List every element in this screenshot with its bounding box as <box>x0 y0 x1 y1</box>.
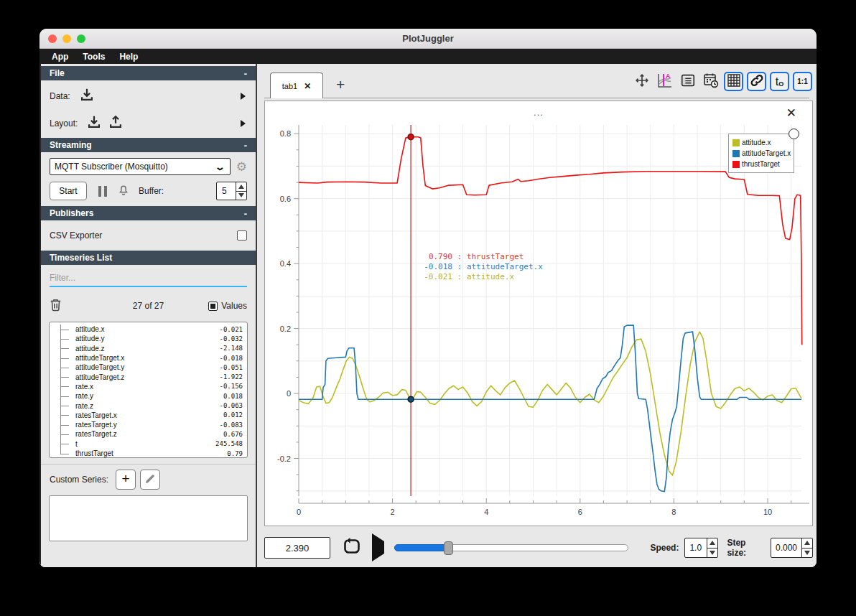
tree-branch <box>58 391 75 401</box>
legend-item[interactable]: attitude.x <box>732 137 790 148</box>
legend-toggle-icon[interactable] <box>788 129 799 139</box>
timeseries-row[interactable]: rate.x-0.156 <box>58 382 243 391</box>
timeseries-row[interactable]: attitude.y-0.032 <box>58 334 243 343</box>
expand-arrow-icon[interactable] <box>241 120 246 127</box>
edit-custom-series-button[interactable] <box>140 470 160 490</box>
svg-text:0: 0 <box>287 389 291 398</box>
streaming-source-select[interactable]: MQTT Subscriber (Mosquitto) ⌄ <box>50 158 231 175</box>
maximize-window-button[interactable] <box>77 34 85 43</box>
csv-exporter-checkbox[interactable] <box>237 230 247 241</box>
collapse-icon[interactable]: - <box>244 68 247 79</box>
section-header-file[interactable]: File - <box>41 66 256 80</box>
tracker-tooltip: 0.790 : thrustTarget-0.018 : attitudeTar… <box>421 252 543 282</box>
loop-button[interactable] <box>342 537 362 559</box>
speed-spinbox[interactable]: 1.0 <box>684 538 718 558</box>
legend-item[interactable]: thrustTarget <box>732 159 790 169</box>
timeseries-name: attitude.x <box>75 325 105 333</box>
spin-down-button[interactable] <box>707 548 717 558</box>
minimize-window-button[interactable] <box>62 34 71 43</box>
ratio-1-1-button[interactable]: 1:1 <box>793 72 812 91</box>
values-checkbox[interactable] <box>208 302 218 311</box>
pause-icon[interactable] <box>98 186 107 197</box>
streaming-source-row: MQTT Subscriber (Mosquitto) ⌄ ⚙ <box>41 158 256 175</box>
plot-legend[interactable]: attitude.xattitudeTarget.xthrustTarget <box>728 134 794 173</box>
legend-label: thrustTarget <box>742 160 780 168</box>
menu-app[interactable]: App <box>45 52 75 62</box>
slider-handle[interactable] <box>444 541 453 555</box>
add-custom-series-button[interactable]: + <box>116 470 136 490</box>
move-arrows-icon <box>634 73 650 91</box>
current-time-field[interactable]: 2.390 <box>264 537 330 559</box>
trash-icon[interactable] <box>50 298 62 314</box>
timeseries-row[interactable]: ratesTarget.z0.676 <box>58 429 243 439</box>
timeseries-list[interactable]: attitude.x-0.021attitude.y-0.032attitude… <box>49 322 248 458</box>
load-data-icon[interactable] <box>79 87 95 106</box>
custom-series-list[interactable] <box>49 495 248 541</box>
step-size-spinbox[interactable]: 0.000 <box>771 538 813 558</box>
timeseries-name: attitude.y <box>75 335 105 342</box>
step-size-value: 0.000 <box>771 538 801 557</box>
timeseries-row[interactable]: ratesTarget.x0.012 <box>58 411 243 420</box>
datetime-button[interactable] <box>701 72 720 91</box>
load-layout-icon[interactable] <box>86 114 102 133</box>
save-layout-icon[interactable] <box>108 114 124 133</box>
section-header-publishers[interactable]: Publishers - <box>41 206 256 220</box>
collapse-icon[interactable]: - <box>244 208 247 219</box>
time-slider[interactable] <box>394 543 628 552</box>
timeseries-row[interactable]: ratesTarget.y-0.083 <box>58 420 243 429</box>
timeseries-row[interactable]: attitudeTarget.y-0.051 <box>58 363 243 372</box>
spin-down-button[interactable] <box>236 191 246 200</box>
link-axes-button[interactable] <box>747 72 766 91</box>
new-tab-button[interactable]: + <box>336 76 345 93</box>
gear-icon[interactable]: ⚙ <box>236 159 247 174</box>
timeseries-row[interactable]: rate.y0.018 <box>58 391 243 401</box>
time-offset-button[interactable]: tO <box>770 72 789 91</box>
tab-close-icon[interactable]: ✕ <box>304 81 311 91</box>
collapse-icon[interactable]: - <box>244 140 247 151</box>
svg-text:0.6: 0.6 <box>280 195 291 203</box>
pan-zoom-button[interactable] <box>632 72 651 91</box>
menu-help[interactable]: Help <box>113 52 144 62</box>
plot-title[interactable]: ... <box>265 107 812 118</box>
play-button[interactable] <box>372 541 384 554</box>
tab-tab1[interactable]: tab1 ✕ <box>270 73 323 98</box>
buffer-spinbox[interactable]: 5 <box>216 182 247 200</box>
filter-row <box>41 270 256 287</box>
notifications-bell-icon[interactable] <box>117 183 130 199</box>
timeseries-row[interactable]: attitudeTarget.x-0.018 <box>58 353 243 363</box>
legend-label: attitude.x <box>742 139 771 146</box>
divider <box>41 464 256 465</box>
spin-up-button[interactable] <box>802 538 812 548</box>
timeseries-row[interactable]: rate.z-0.063 <box>58 401 243 410</box>
grid-view-button[interactable] <box>724 72 743 91</box>
legend-item[interactable]: attitudeTarget.x <box>732 148 790 159</box>
timeseries-value: -0.021 <box>219 326 243 333</box>
spin-down-button[interactable] <box>802 548 812 558</box>
timeseries-row[interactable]: attitudeTarget.z-1.922 <box>58 372 243 381</box>
plot-close-icon[interactable]: ✕ <box>786 106 796 121</box>
timeseries-value: -0.063 <box>219 402 243 409</box>
timeseries-value: -0.051 <box>219 364 243 371</box>
timeseries-name: thrustTarget <box>75 449 113 457</box>
list-view-button[interactable] <box>678 72 697 91</box>
spin-up-button[interactable] <box>707 538 717 548</box>
spin-up-button[interactable] <box>236 182 246 191</box>
csv-exporter-label: CSV Exporter <box>50 230 102 241</box>
timeseries-row[interactable]: t245.548 <box>58 439 243 449</box>
filter-input[interactable] <box>50 273 247 283</box>
section-header-streaming[interactable]: Streaming - <box>41 138 256 152</box>
timeseries-row[interactable]: thrustTarget0.79 <box>58 449 243 458</box>
start-button[interactable]: Start <box>50 182 87 200</box>
timeseries-row[interactable]: attitude.x-0.021 <box>58 325 243 334</box>
timeseries-row[interactable]: attitude.z-2.148 <box>58 344 243 353</box>
speed-value: 1.0 <box>685 538 707 557</box>
section-header-timeseries[interactable]: Timeseries List <box>41 251 256 265</box>
close-window-button[interactable] <box>48 34 57 43</box>
buffer-label: Buffer: <box>139 186 164 196</box>
timeseries-value: 245.548 <box>215 440 243 447</box>
timeseries-name: attitudeTarget.y <box>75 363 124 371</box>
expand-arrow-icon[interactable] <box>241 93 246 100</box>
timeseries-name: attitudeTarget.z <box>75 373 124 381</box>
menu-tools[interactable]: Tools <box>76 52 111 62</box>
curve-tracker-button[interactable]: A <box>655 72 674 91</box>
